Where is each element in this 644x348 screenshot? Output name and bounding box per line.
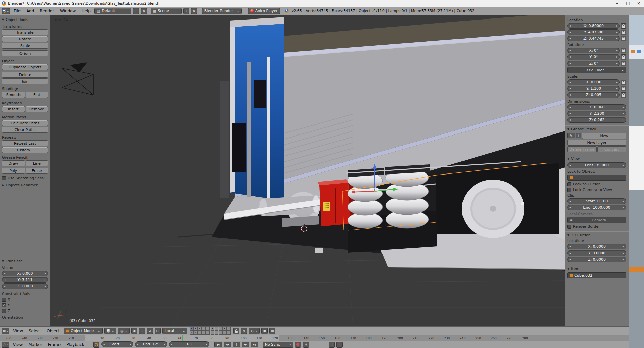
layer-toggle-group2-3[interactable] xyxy=(223,327,227,331)
timeline-menu-marker[interactable]: Marker xyxy=(26,342,44,347)
location-z-field[interactable]: ◂Z: 0.44745▸ xyxy=(567,36,620,41)
render-engine-selector[interactable]: Blender Render ▴▾ xyxy=(202,8,242,14)
gp-convert-button[interactable]: Convert xyxy=(597,146,627,152)
frame-end-field[interactable]: ◂End: 125▸ xyxy=(135,341,167,347)
decrement-icon[interactable]: ◂ xyxy=(568,106,572,109)
smooth-button[interactable]: Smooth xyxy=(2,92,25,98)
decrement-icon[interactable]: ◂ xyxy=(568,245,572,248)
jump-to-end-button[interactable]: ▶▮ xyxy=(251,342,258,347)
jump-to-start-button[interactable]: ▮◀ xyxy=(214,342,222,347)
origin-button[interactable]: Origin xyxy=(2,50,48,56)
gizmo-translate-toggle[interactable]: + xyxy=(139,328,145,334)
timeline-menu-playback[interactable]: Playback xyxy=(64,342,86,347)
add-scene-button[interactable]: + xyxy=(183,8,189,14)
decrement-icon[interactable]: ◂ xyxy=(3,285,6,288)
close-button[interactable]: × xyxy=(633,0,644,7)
lock-rotation-z-button[interactable] xyxy=(621,61,626,66)
item-name-field[interactable]: Cube.032 xyxy=(567,272,626,278)
lock-rotation-x-button[interactable] xyxy=(621,48,626,53)
menu-help[interactable]: Help xyxy=(79,9,92,13)
lock-camera-to-view-checkbox[interactable] xyxy=(567,188,571,192)
timeline-menu-view[interactable]: View xyxy=(11,342,25,347)
decrement-icon[interactable]: ◂ xyxy=(568,87,572,90)
mode-dropdown[interactable]: Object Mode ▴▾ xyxy=(64,328,103,334)
dimensions-y-field[interactable]: ◂Y: 2.200▸ xyxy=(567,111,626,116)
increment-icon[interactable]: ▸ xyxy=(622,118,625,121)
calculate-paths-button[interactable]: Calculate Paths xyxy=(2,120,48,126)
lock-scale-x-button[interactable] xyxy=(621,80,626,85)
layer-toggle-group1-4[interactable] xyxy=(206,327,210,331)
view3d-menu-view[interactable]: View xyxy=(11,328,25,333)
scale-x-field[interactable]: ◂X: 0.030▸ xyxy=(567,79,620,85)
duplicate-objects-button[interactable]: Duplicate Objects xyxy=(2,64,48,70)
suspension-bellows-left[interactable] xyxy=(348,168,384,228)
view3d-menu-object[interactable]: Object xyxy=(45,328,62,333)
jump-prev-keyframe-button[interactable]: ◀◀ xyxy=(224,342,231,347)
pause-button[interactable]: ‖ xyxy=(233,342,240,347)
menu-render[interactable]: Render xyxy=(38,9,56,13)
decrement-icon[interactable]: ◂ xyxy=(568,206,572,209)
delete-button[interactable]: Delete xyxy=(2,72,48,78)
increment-icon[interactable]: ▸ xyxy=(622,106,625,109)
jump-next-keyframe-button[interactable]: ▶▶ xyxy=(242,342,249,347)
decrement-icon[interactable]: ◂ xyxy=(568,49,572,52)
minimize-button[interactable]: – xyxy=(612,0,622,7)
increment-icon[interactable]: ▸ xyxy=(622,252,625,255)
cursor-3d-panel-header[interactable]: ▼ 3D Cursor xyxy=(567,233,626,237)
lock-to-cursor-checkbox[interactable] xyxy=(567,182,571,186)
vector-y-field[interactable]: ◂ Y: 3.111 ▸ xyxy=(2,277,48,283)
transform-orientation-dropdown[interactable]: Local ▴▾ xyxy=(162,328,187,334)
layer-toggle-group2-1[interactable] xyxy=(215,327,218,331)
use-preview-range-toggle[interactable] xyxy=(93,342,99,348)
menu-window[interactable]: Window xyxy=(58,9,78,13)
opengl-render-button[interactable]: ▣ xyxy=(261,328,268,334)
layer-toggle-group1-8[interactable] xyxy=(202,331,206,335)
rotation-x-field[interactable]: ◂X: 0°▸ xyxy=(567,48,620,53)
decrement-icon[interactable]: ◂ xyxy=(568,62,572,65)
repeat-last-button[interactable]: Repeat Last xyxy=(2,140,48,146)
increment-icon[interactable]: ▸ xyxy=(615,62,619,65)
decrement-icon[interactable]: ◂ xyxy=(568,200,572,203)
lock-location-y-button[interactable] xyxy=(621,30,626,35)
increment-icon[interactable]: ▸ xyxy=(615,81,619,84)
snap-element-dropdown[interactable]: ◇ ▴▾ xyxy=(249,328,260,334)
layer-toggle-group1-9[interactable] xyxy=(206,331,210,335)
decrement-icon[interactable]: ◂ xyxy=(136,343,139,346)
cursor-z-field[interactable]: ◂Z: 0.0000▸ xyxy=(567,257,626,262)
increment-icon[interactable]: ▸ xyxy=(615,93,619,96)
location-y-field[interactable]: ◂Y: 4.07500▸ xyxy=(567,29,620,35)
editor-type-info-button[interactable]: ▴▾ xyxy=(2,8,10,14)
lock-to-object-field[interactable] xyxy=(567,175,626,181)
gp-erase-button[interactable]: Erase xyxy=(26,168,48,174)
decrement-icon[interactable]: ◂ xyxy=(568,55,572,59)
constraint-y-checkbox[interactable]: ✓ xyxy=(2,303,6,307)
gp-delete-frame-button[interactable]: Delete Frame xyxy=(567,146,597,152)
auto-keyframe-record-button[interactable] xyxy=(295,342,301,348)
flat-button[interactable]: Flat xyxy=(26,92,48,98)
decrement-icon[interactable]: ◂ xyxy=(3,272,6,275)
viewport-3d-scene[interactable] xyxy=(50,15,565,326)
close-scene-button[interactable]: × xyxy=(191,8,197,14)
view-panel-header[interactable]: ▼ View xyxy=(567,157,626,161)
remove-keyframe-button[interactable]: Remove xyxy=(26,106,48,112)
decrement-icon[interactable]: ◂ xyxy=(568,31,572,34)
use-sketching-session-checkbox[interactable] xyxy=(2,176,6,180)
translate-button[interactable]: Translate xyxy=(2,29,48,35)
editor-type-timeline-button[interactable]: ◷ ▴▾ xyxy=(2,342,9,348)
maximize-button[interactable]: □ xyxy=(622,0,633,7)
gizmo-rotate-toggle[interactable]: ↺ xyxy=(147,328,153,334)
scale-y-field[interactable]: ◂Y: 1.100▸ xyxy=(567,86,620,91)
decrement-icon[interactable]: ◂ xyxy=(102,343,106,346)
cursor-y-field[interactable]: ◂Y: 0.0000▸ xyxy=(567,250,626,256)
decrement-icon[interactable]: ◂ xyxy=(170,343,173,346)
decrement-icon[interactable]: ◂ xyxy=(568,81,572,84)
increment-icon[interactable]: ▸ xyxy=(44,278,47,281)
increment-icon[interactable]: ▸ xyxy=(622,200,625,203)
insert-keyframe-button[interactable]: Insert xyxy=(2,106,25,112)
grease-pencil-panel-header[interactable]: ▼ Grease Pencil xyxy=(567,127,626,131)
decrement-icon[interactable]: ◂ xyxy=(3,278,6,281)
increment-icon[interactable]: ▸ xyxy=(615,87,619,90)
lock-location-z-button[interactable] xyxy=(621,36,626,41)
join-button[interactable]: Join xyxy=(2,78,48,84)
increment-icon[interactable]: ▸ xyxy=(205,343,208,346)
